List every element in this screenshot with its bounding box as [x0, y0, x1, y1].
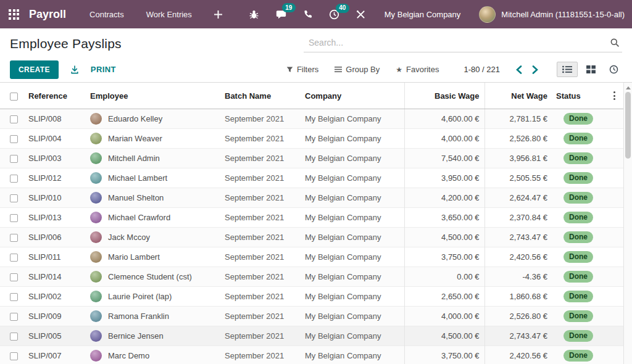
basic-wage-cell[interactable]: 3,750.00 € [404, 247, 484, 267]
reference-cell[interactable]: SLIP/005 [25, 326, 86, 345]
plus-icon[interactable] [214, 10, 222, 19]
reference-cell[interactable]: SLIP/006 [25, 227, 86, 247]
payslip-row[interactable]: SLIP/005 Bernice Jensen September 2021 M… [0, 326, 623, 345]
batch-name-cell[interactable]: September 2021 [221, 345, 301, 364]
basic-wage-cell[interactable]: 3,950.00 € [404, 168, 484, 188]
reference-cell[interactable]: SLIP/007 [25, 345, 86, 364]
status-cell[interactable]: Done [552, 207, 605, 227]
column-header-status[interactable]: Status [552, 83, 605, 109]
search-icon[interactable] [610, 38, 620, 48]
row-checkbox[interactable] [10, 214, 18, 222]
basic-wage-cell[interactable]: 4,600.00 € [404, 109, 484, 128]
company-cell[interactable]: My Belgian Company [301, 168, 404, 188]
row-checkbox[interactable] [10, 175, 18, 183]
company-switcher[interactable]: My Belgian Company [385, 10, 461, 19]
reference-cell[interactable]: SLIP/008 [25, 109, 86, 128]
employee-cell[interactable]: Michael Lambert [86, 168, 221, 188]
employee-cell[interactable]: Laurie Poiret (lap) [86, 286, 221, 306]
kanban-view-button[interactable] [581, 62, 601, 77]
batch-name-cell[interactable]: September 2021 [221, 267, 301, 286]
app-name-payroll[interactable]: Payroll [29, 8, 66, 21]
company-cell[interactable]: My Belgian Company [301, 345, 404, 364]
apps-menu-icon[interactable] [9, 9, 19, 20]
reference-cell[interactable]: SLIP/009 [25, 306, 86, 326]
row-checkbox[interactable] [10, 273, 18, 281]
status-cell[interactable]: Done [552, 168, 605, 188]
net-wage-cell[interactable]: 3,956.81 € [484, 148, 552, 168]
basic-wage-cell[interactable]: 4,200.00 € [404, 188, 484, 207]
reference-cell[interactable]: SLIP/014 [25, 267, 86, 286]
reference-cell[interactable]: SLIP/013 [25, 207, 86, 227]
payslip-row[interactable]: SLIP/004 Marian Weaver September 2021 My… [0, 128, 623, 148]
company-cell[interactable]: My Belgian Company [301, 128, 404, 148]
net-wage-cell[interactable]: 2,624.47 € [484, 188, 552, 207]
net-wage-cell[interactable]: 2,743.47 € [484, 326, 552, 345]
payslip-row[interactable]: SLIP/009 Ramona Franklin September 2021 … [0, 306, 623, 326]
activities-clock-icon[interactable]: 40 [329, 9, 339, 20]
employee-cell[interactable]: Marian Weaver [86, 128, 221, 148]
payslip-row[interactable]: SLIP/006 Jack Mccoy September 2021 My Be… [0, 227, 623, 247]
payslip-row[interactable]: SLIP/010 Manuel Shelton September 2021 M… [0, 188, 623, 207]
batch-name-cell[interactable]: September 2021 [221, 128, 301, 148]
search-bar[interactable] [304, 36, 622, 52]
batch-name-cell[interactable]: September 2021 [221, 109, 301, 128]
row-checkbox[interactable] [10, 234, 18, 242]
pager-previous-button[interactable] [511, 65, 527, 74]
net-wage-cell[interactable]: 2,505.55 € [484, 168, 552, 188]
company-cell[interactable]: My Belgian Company [301, 267, 404, 286]
status-cell[interactable]: Done [552, 286, 605, 306]
column-header-basic-wage[interactable]: Basic Wage [404, 83, 484, 109]
select-all-checkbox[interactable] [10, 93, 18, 101]
employee-cell[interactable]: Ramona Franklin [86, 306, 221, 326]
employee-cell[interactable]: Mitchell Admin [86, 148, 221, 168]
column-header-reference[interactable]: Reference [25, 83, 86, 109]
status-cell[interactable]: Done [552, 188, 605, 207]
user-menu[interactable]: Mitchell Admin (11181551-15-0-all) [479, 6, 625, 23]
row-checkbox[interactable] [10, 135, 18, 143]
basic-wage-cell[interactable]: 4,500.00 € [404, 326, 484, 345]
menu-work-entries[interactable]: Work Entries [146, 10, 192, 19]
group-by-menu[interactable]: Group By [335, 65, 380, 74]
status-cell[interactable]: Done [552, 247, 605, 267]
row-checkbox[interactable] [10, 155, 18, 163]
payslip-row[interactable]: SLIP/002 Laurie Poiret (lap) September 2… [0, 286, 623, 306]
batch-name-cell[interactable]: September 2021 [221, 227, 301, 247]
company-cell[interactable]: My Belgian Company [301, 148, 404, 168]
status-cell[interactable]: Done [552, 306, 605, 326]
status-cell[interactable]: Done [552, 267, 605, 286]
employee-cell[interactable]: Marc Demo [86, 345, 221, 364]
net-wage-cell[interactable]: 2,420.56 € [484, 247, 552, 267]
favorites-menu[interactable]: ★ Favorites [396, 65, 439, 74]
reference-cell[interactable]: SLIP/002 [25, 286, 86, 306]
basic-wage-cell[interactable]: 4,500.00 € [404, 227, 484, 247]
net-wage-cell[interactable]: 2,781.15 € [484, 109, 552, 128]
batch-name-cell[interactable]: September 2021 [221, 286, 301, 306]
column-header-batch-name[interactable]: Batch Name [221, 83, 301, 109]
reference-cell[interactable]: SLIP/012 [25, 168, 86, 188]
employee-cell[interactable]: Eduardo Kelley [86, 109, 221, 128]
status-cell[interactable]: Done [552, 326, 605, 345]
employee-cell[interactable]: Manuel Shelton [86, 188, 221, 207]
row-checkbox[interactable] [10, 194, 18, 202]
activity-view-button[interactable] [604, 62, 623, 77]
payslip-row[interactable]: SLIP/013 Michael Crawford September 2021… [0, 207, 623, 227]
column-header-net-wage[interactable]: Net Wage [484, 83, 552, 109]
payslip-row[interactable]: SLIP/014 Clemence Student (cst) Septembe… [0, 267, 623, 286]
reference-cell[interactable]: SLIP/003 [25, 148, 86, 168]
row-checkbox[interactable] [10, 333, 18, 341]
pager-next-button[interactable] [527, 65, 543, 74]
employee-cell[interactable]: Mario Lambert [86, 247, 221, 267]
net-wage-cell[interactable]: 2,370.84 € [484, 207, 552, 227]
net-wage-cell[interactable]: 1,860.68 € [484, 286, 552, 306]
net-wage-cell[interactable]: 2,420.56 € [484, 345, 552, 364]
download-icon[interactable] [70, 65, 80, 75]
payslip-row[interactable]: SLIP/003 Mitchell Admin September 2021 M… [0, 148, 623, 168]
column-header-company[interactable]: Company [301, 83, 404, 109]
employee-cell[interactable]: Michael Crawford [86, 207, 221, 227]
batch-name-cell[interactable]: September 2021 [221, 207, 301, 227]
create-button[interactable]: CREATE [10, 60, 59, 79]
payslip-row[interactable]: SLIP/011 Mario Lambert September 2021 My… [0, 247, 623, 267]
company-cell[interactable]: My Belgian Company [301, 326, 404, 345]
batch-name-cell[interactable]: September 2021 [221, 148, 301, 168]
reference-cell[interactable]: SLIP/011 [25, 247, 86, 267]
